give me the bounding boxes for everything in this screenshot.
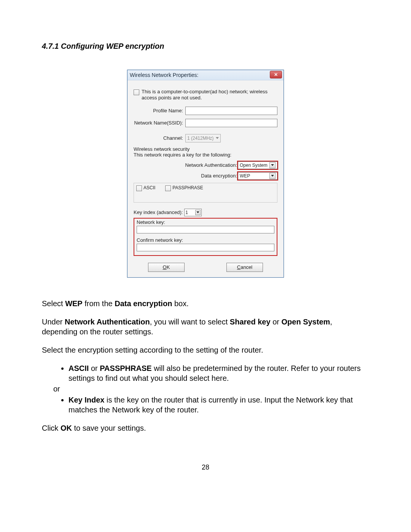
close-icon: ✕: [274, 72, 278, 77]
page-number: 28: [42, 463, 369, 471]
passphrase-checkbox[interactable]: [165, 185, 171, 191]
dialog-title: Wireless Network Properties:: [130, 72, 199, 78]
encryption-select[interactable]: WEP: [238, 172, 277, 180]
instruction-p1: Select WEP from the Data encryption box.: [42, 299, 369, 308]
chevron-down-icon: [216, 137, 219, 139]
confirm-key-label: Confirm network key:: [137, 237, 274, 243]
enc-label: Data encryption:: [201, 173, 237, 179]
channel-select: 1 (2412MHz): [185, 134, 221, 142]
cancel-underline: C: [237, 264, 241, 270]
bullet-keyindex: Key Index is the key on the router that …: [68, 395, 369, 415]
wireless-properties-dialog: Wireless Network Properties: ✕ This is a…: [127, 70, 284, 278]
ok-underline: O: [163, 264, 167, 270]
instruction-p2: Under Network Authentication, you will w…: [42, 317, 369, 337]
instruction-p3: Select the encryption setting according …: [42, 345, 369, 355]
adhoc-label: This is a computer-to-computer(ad hoc) n…: [142, 89, 277, 101]
adhoc-checkbox[interactable]: [134, 89, 139, 95]
keyindex-select[interactable]: 1: [184, 209, 202, 216]
auth-select[interactable]: Open System: [238, 161, 277, 169]
keyindex-label: Key index (advanced):: [134, 209, 183, 215]
enc-value: WEP: [240, 173, 250, 179]
chevron-down-icon: [269, 162, 276, 168]
ascii-passphrase-group: ASCII PASSPHRASE: [134, 183, 277, 203]
network-key-label: Network key:: [137, 219, 274, 225]
security-header: Wireless network security: [134, 146, 277, 152]
chevron-down-icon: [269, 173, 276, 179]
dialog-titlebar: Wireless Network Properties: ✕: [127, 70, 284, 80]
profile-name-label: Profile Name:: [134, 108, 185, 113]
ok-button[interactable]: OK: [148, 263, 185, 272]
channel-label: Channel:: [134, 135, 185, 141]
cancel-button[interactable]: Cancel: [226, 263, 263, 272]
channel-value: 1 (2412MHz): [187, 136, 213, 141]
auth-value: Open System: [240, 163, 268, 168]
dialog-screenshot: Wireless Network Properties: ✕ This is a…: [42, 70, 369, 278]
passphrase-label: PASSPHRASE: [172, 185, 203, 190]
ascii-label: ASCII: [143, 185, 155, 190]
ok-rest: K: [167, 264, 170, 270]
keyindex-value: 1: [185, 210, 188, 215]
chevron-down-icon: [195, 210, 201, 215]
auth-label: Network Authentication:: [185, 162, 237, 168]
network-key-group: Network key: Confirm network key:: [134, 218, 277, 256]
close-button[interactable]: ✕: [270, 71, 282, 78]
ascii-checkbox[interactable]: [136, 185, 142, 191]
or-text: or: [42, 385, 369, 393]
profile-name-input[interactable]: [185, 107, 277, 115]
bullet-ascii: ASCII or PASSPHRASE will also be predete…: [68, 363, 369, 383]
network-key-input[interactable]: [137, 226, 274, 233]
section-title: 4.7.1 Configuring WEP encryption: [42, 42, 369, 51]
ssid-input[interactable]: [185, 119, 277, 127]
instruction-p4: Click OK to save your settings.: [42, 423, 369, 433]
ssid-label: Network Name(SSID):: [134, 120, 185, 126]
cancel-rest: ancel: [241, 264, 252, 270]
security-desc: This network requires a key for the foll…: [134, 152, 277, 158]
confirm-key-input[interactable]: [137, 244, 274, 251]
